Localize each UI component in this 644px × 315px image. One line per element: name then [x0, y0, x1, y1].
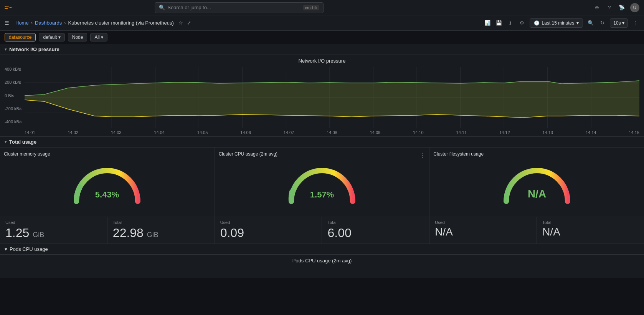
star-icon[interactable]: ☆ [178, 20, 183, 26]
cpu-total-label: Total [327, 220, 424, 225]
filter-bar: datasource default ▾ Node All ▾ [0, 31, 644, 44]
total-usage-title: Total usage [9, 139, 36, 145]
breadcrumb-sep2: › [64, 20, 66, 26]
refresh-rate-label: 10s [613, 20, 621, 26]
svg-marker-19 [25, 81, 639, 118]
time-range-button[interactable]: 🕐 Last 15 minutes ▾ [530, 18, 583, 28]
gauge-panels-row: Cluster memory usage 5.43% [0, 148, 644, 217]
datasource-filter[interactable]: datasource [5, 33, 36, 41]
memory-panel-title: Cluster memory usage [4, 151, 211, 157]
collapse-arrow-network: ▾ [5, 47, 7, 52]
total-usage-section-header[interactable]: ▾ Total usage [0, 137, 644, 148]
rss-icon[interactable]: 📡 [618, 4, 626, 12]
chart-icon[interactable]: 📊 [484, 19, 491, 27]
breadcrumb-actions: 📊 💾 ℹ ⚙ 🕐 Last 15 minutes ▾ 🔍 ↻ 10s ▾ ⋮ [484, 18, 639, 28]
pods-cpu-title: Pods CPU usage [10, 246, 48, 252]
cpu-gauge-svg: 1.57% [284, 161, 360, 211]
memory-usage-panel: Cluster memory usage 5.43% [0, 148, 215, 217]
breadcrumb: Home › Dashboards › Kubernetes cluster m… [15, 20, 191, 26]
cpu-usage-panel: Cluster CPU usage (2m avg) ⋮ 1.57% [215, 148, 430, 217]
svg-rect-20 [74, 199, 78, 203]
more-icon[interactable]: ⋮ [632, 19, 639, 27]
chart-plot-area [25, 67, 639, 129]
question-icon[interactable]: ? [606, 4, 613, 12]
fs-used-label: Used [435, 220, 531, 225]
y-axis-labels: 400 kB/s 200 kB/s 0 B/s -200 kB/s -400 k… [5, 67, 25, 124]
dashboards-link[interactable]: Dashboards [35, 20, 62, 26]
breadcrumb-bar: ☰ Home › Dashboards › Kubernetes cluster… [0, 15, 644, 31]
memory-used-label: Used [5, 220, 102, 225]
memory-total-value: 22.98 GiB [113, 226, 209, 240]
shortcut-badge: cmd+k [303, 5, 320, 10]
cpu-total-cell: Total 6.00 [322, 217, 429, 244]
x-axis-labels: 14:01 14:02 14:03 14:04 14:05 14:06 14:0… [5, 130, 639, 135]
time-range-label: Last 15 minutes [542, 20, 575, 26]
pods-chart-title: Pods CPU usage (2m avg) [5, 258, 639, 264]
nav-right: ⊕ ? 📡 U [593, 3, 639, 12]
filesystem-gauge-svg: N/A [499, 161, 575, 211]
fs-total-value: N/A [542, 226, 639, 238]
pods-chart-container: Pods CPU usage (2m avg) [0, 255, 644, 278]
panel-menu-icon[interactable]: ⋮ [419, 152, 425, 159]
plus-icon[interactable]: ⊕ [593, 4, 601, 12]
node-filter[interactable]: Node [68, 33, 88, 41]
user-icon[interactable]: U [630, 3, 639, 12]
info-icon[interactable]: ℹ [507, 19, 514, 27]
memory-gauge-wrapper: 5.43% [4, 159, 211, 213]
fs-total-cell: Total N/A [537, 217, 644, 244]
fs-total-label: Total [542, 220, 639, 225]
filesystem-panel-title: Cluster filesystem usage [433, 151, 640, 157]
settings-icon[interactable]: ⚙ [518, 19, 526, 27]
share-icon[interactable]: ⤢ [187, 20, 191, 26]
network-io-title: Network I/O pressure [9, 46, 59, 52]
top-nav: aws 🔍 Search or jump to... cmd+k ⊕ ? 📡 U [0, 0, 644, 15]
memory-total-cell: Total 22.98 GiB [107, 217, 215, 244]
hamburger-icon[interactable]: ☰ [5, 20, 12, 26]
memory-total-label: Total [113, 220, 209, 225]
collapse-arrow-total: ▾ [5, 139, 7, 144]
network-io-chart: 400 kB/s 200 kB/s 0 B/s -200 kB/s -400 k… [5, 67, 639, 135]
save-icon[interactable]: 💾 [495, 19, 503, 27]
cpu-used-label: Used [220, 220, 317, 225]
cpu-panel-title: Cluster CPU usage (2m avg) [219, 151, 277, 157]
memory-used-cell: Used 1.25 GiB [0, 217, 107, 244]
fs-used-value: N/A [435, 226, 531, 238]
chevron-down-icon4: ▾ [101, 35, 103, 40]
filesystem-gauge-wrapper: N/A [433, 159, 640, 213]
chevron-down-icon2: ▾ [622, 20, 624, 26]
cpu-used-value: 0.09 [220, 226, 317, 240]
filesystem-usage-panel: Cluster filesystem usage N/A [429, 148, 644, 217]
network-io-chart-container: Network I/O pressure 400 kB/s 200 kB/s 0… [0, 55, 644, 137]
aws-logo: aws [5, 3, 17, 12]
cpu-total-value: 6.00 [327, 226, 424, 240]
memory-gauge-svg: 5.43% [69, 161, 145, 211]
network-io-chart-title: Network I/O pressure [5, 58, 639, 64]
svg-text:5.43%: 5.43% [95, 190, 119, 199]
svg-text:1.57%: 1.57% [310, 190, 334, 199]
refresh-icon[interactable]: ↻ [598, 19, 606, 27]
memory-used-value: 1.25 GiB [5, 226, 102, 240]
collapse-arrow-pods: ▾ [5, 246, 7, 252]
breadcrumb-sep1: › [31, 20, 33, 26]
all-filter[interactable]: All ▾ [90, 33, 107, 41]
svg-text:N/A: N/A [528, 188, 546, 200]
fs-used-cell: Used N/A [429, 217, 537, 244]
network-chart-svg [25, 67, 639, 128]
search-placeholder: Search or jump to... [167, 5, 211, 10]
search-icon: 🔍 [159, 5, 165, 10]
current-page: Kubernetes cluster monitoring (via Prome… [68, 20, 173, 26]
pods-cpu-section-header[interactable]: ▾ Pods CPU usage [0, 244, 644, 255]
zoom-out-icon[interactable]: 🔍 [587, 19, 594, 27]
refresh-rate-button[interactable]: 10s ▾ [610, 18, 628, 28]
cpu-gauge-wrapper: 1.57% [219, 159, 426, 213]
default-filter[interactable]: default ▾ [39, 33, 64, 41]
network-io-section-header[interactable]: ▾ Network I/O pressure [0, 44, 644, 55]
stat-row: Used 1.25 GiB Total 22.98 GiB Used 0.09 … [0, 217, 644, 244]
chevron-down-icon3: ▾ [58, 35, 61, 40]
chevron-down-icon: ▾ [576, 20, 579, 26]
svg-text:aws: aws [5, 5, 9, 7]
cpu-used-cell: Used 0.09 [215, 217, 322, 244]
svg-rect-22 [289, 199, 293, 203]
search-bar[interactable]: 🔍 Search or jump to... cmd+k [155, 2, 324, 13]
home-link[interactable]: Home [15, 20, 29, 26]
